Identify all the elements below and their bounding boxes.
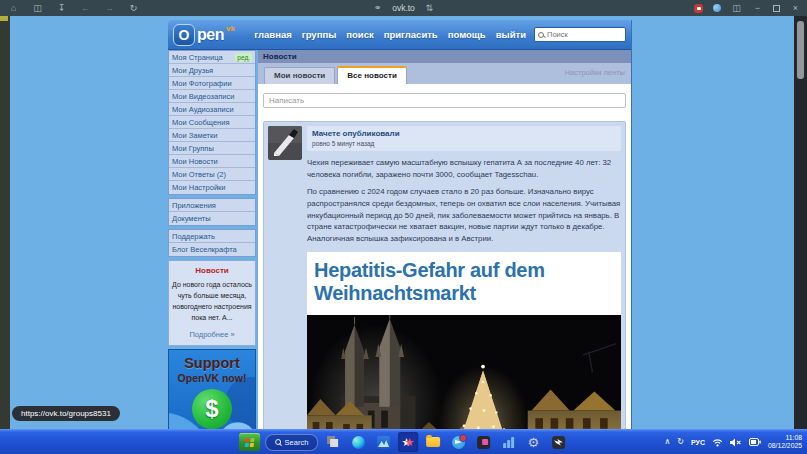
edit-badge[interactable]: ред. [235, 53, 252, 62]
stats-app-button[interactable] [498, 432, 518, 452]
link-icon: ⚭ [372, 0, 383, 16]
taskbar: Search ★★ ⚙ ∧ ↻ РУС 11:08 08/12/2025 [0, 429, 807, 454]
news-widget-more-link[interactable]: Подробнее » [172, 330, 252, 339]
sidebar-item-label: Моя Страница [172, 51, 223, 64]
attachment-headline: Hepatitis-Gefahr auf dem Weihnachtsmarkt [307, 252, 621, 315]
openvk-logo[interactable]: O pen vk [173, 24, 235, 46]
logo-vk-sup: vk [226, 24, 235, 33]
sidebar-item-donate[interactable]: Поддержать [169, 230, 255, 243]
nav-home-link[interactable]: главная [254, 29, 291, 40]
sync-icon[interactable]: ↻ [677, 437, 684, 447]
logo-o-icon: O [173, 24, 195, 46]
panel-toggle-icon[interactable]: ◫ [731, 0, 742, 16]
header-search-box[interactable] [534, 27, 626, 42]
home-icon[interactable]: ⌂ [8, 0, 19, 16]
post-timestamp[interactable]: ровно 5 минут назад [312, 140, 616, 147]
tab-my-news[interactable]: Мои новости [264, 67, 335, 84]
restore-button[interactable] [773, 5, 780, 12]
battery-icon[interactable] [749, 438, 761, 446]
sidebar-item-audios[interactable]: Мои Аудиозаписи [169, 103, 255, 116]
sidebar-panel-icon[interactable]: ◫ [32, 0, 43, 16]
support-banner[interactable]: Support OpenVK now! $ The future of the … [168, 349, 256, 430]
post-author-avatar[interactable] [268, 126, 302, 160]
notification-badge [459, 434, 467, 442]
left-edge-notch [0, 16, 8, 21]
sidebar-item-blog[interactable]: Блог Веселкрафта [169, 243, 255, 256]
muted-speaker-icon[interactable] [730, 438, 742, 447]
telegram-icon [452, 436, 465, 449]
nav-invite-link[interactable]: пригласить [384, 29, 438, 40]
nav-logout-link[interactable]: выйти [496, 29, 526, 40]
taskbar-clock[interactable]: 11:08 08/12/2025 [768, 434, 802, 451]
news-widget-text: До нового года осталось чуть больше меся… [172, 280, 252, 323]
sidebar-item-news[interactable]: Мои Новости [169, 155, 255, 168]
nav-search-link[interactable]: поиск [346, 29, 373, 40]
adblock-extension-icon[interactable] [694, 4, 703, 13]
scrollbar-thumb[interactable] [797, 21, 804, 79]
edge-browser-button[interactable] [348, 432, 368, 452]
post-attachment[interactable]: Hepatitis-Gefahr auf dem Weihnachtsmarkt [307, 252, 621, 430]
feed-settings-link[interactable]: Настройки ленты [565, 68, 625, 77]
telegram-button[interactable] [448, 432, 468, 452]
christmas-market-photo [307, 315, 621, 430]
wifi-icon[interactable] [712, 438, 723, 447]
tray-chevron-icon[interactable]: ∧ [664, 437, 670, 447]
eagle-app-button[interactable] [548, 432, 568, 452]
sidebar-item-my-page[interactable]: Моя Страницаред. [169, 51, 255, 64]
file-explorer-button[interactable] [423, 432, 443, 452]
browser-controls: ◫ − × [694, 0, 801, 16]
desktop-screen: ⌂ ◫ ↧ ← → ↻ ⚭ ovk.to ⇅ ◫ − × [0, 0, 807, 454]
post-composer-input[interactable] [263, 93, 626, 108]
nav-groups-link[interactable]: группы [302, 29, 337, 40]
sidebar-item-replies[interactable]: Мои Ответы (2) [169, 168, 255, 181]
windows-logo-icon [244, 438, 254, 447]
search-icon [538, 32, 544, 38]
minimize-button[interactable]: − [752, 0, 763, 16]
window-left-edge [0, 16, 10, 430]
forward-icon[interactable]: → [104, 0, 115, 16]
close-button[interactable]: × [790, 0, 801, 16]
sidebar-item-videos[interactable]: Мои Видеозаписи [169, 90, 255, 103]
post-author-name[interactable]: Мачете опубликовали [312, 129, 616, 138]
url-text[interactable]: ovk.to [392, 3, 415, 13]
clock-date: 08/12/2025 [768, 442, 802, 451]
dollar-icon: $ [192, 389, 232, 429]
news-widget: Новости До нового года осталось чуть бол… [168, 260, 256, 346]
sidebar-item-photos[interactable]: Мои Фотографии [169, 77, 255, 90]
sidebar-item-friends[interactable]: Мои Друзья [169, 64, 255, 77]
sidebar-item-notes[interactable]: Мои Заметки [169, 129, 255, 142]
sidebar-item-applications[interactable]: Приложения [169, 199, 255, 212]
mountains-icon [377, 436, 390, 449]
address-bar[interactable]: ⚭ ovk.to ⇅ [372, 0, 435, 16]
refresh-icon[interactable]: ↻ [128, 0, 139, 16]
banner-line2: OpenVK now! [169, 372, 255, 384]
start-button[interactable] [239, 433, 260, 451]
system-tray: ∧ ↻ РУС 11:08 08/12/2025 [664, 430, 802, 454]
sidebar: Моя Страницаред. Мои Друзья Мои Фотограф… [168, 50, 256, 430]
download-icon[interactable]: ↧ [56, 0, 67, 16]
browser-viewport: O pen vk главная группы поиск пригласить… [0, 16, 807, 430]
sidebar-item-documents[interactable]: Документы [169, 212, 255, 225]
openvk-site: O pen vk главная группы поиск пригласить… [168, 20, 632, 430]
star-app-icon: ★★ [401, 435, 415, 449]
logo-text: pen [197, 26, 224, 44]
sidebar-item-settings[interactable]: Мои Настройки [169, 181, 255, 194]
tune-icon[interactable]: ⇅ [424, 0, 435, 16]
news-widget-title: Новости [172, 266, 252, 275]
nav-help-link[interactable]: помощь [448, 29, 486, 40]
page-scrollbar[interactable] [794, 16, 807, 430]
photos-app-button[interactable] [373, 432, 393, 452]
taskbar-search[interactable]: Search [265, 434, 319, 451]
tab-all-news[interactable]: Все новости [337, 66, 407, 84]
settings-button[interactable]: ⚙ [523, 432, 543, 452]
code-app-button[interactable] [473, 432, 493, 452]
sidebar-item-groups[interactable]: Мои Группы [169, 142, 255, 155]
site-header: O pen vk главная группы поиск пригласить… [168, 20, 631, 50]
language-indicator[interactable]: РУС [691, 439, 705, 446]
profile-extension-icon[interactable] [713, 4, 721, 12]
active-browser-button[interactable]: ★★ [398, 432, 418, 452]
header-search-input[interactable] [547, 30, 611, 39]
sidebar-item-messages[interactable]: Мои Сообщения [169, 116, 255, 129]
task-view-button[interactable] [323, 432, 343, 452]
back-icon[interactable]: ← [80, 0, 91, 16]
